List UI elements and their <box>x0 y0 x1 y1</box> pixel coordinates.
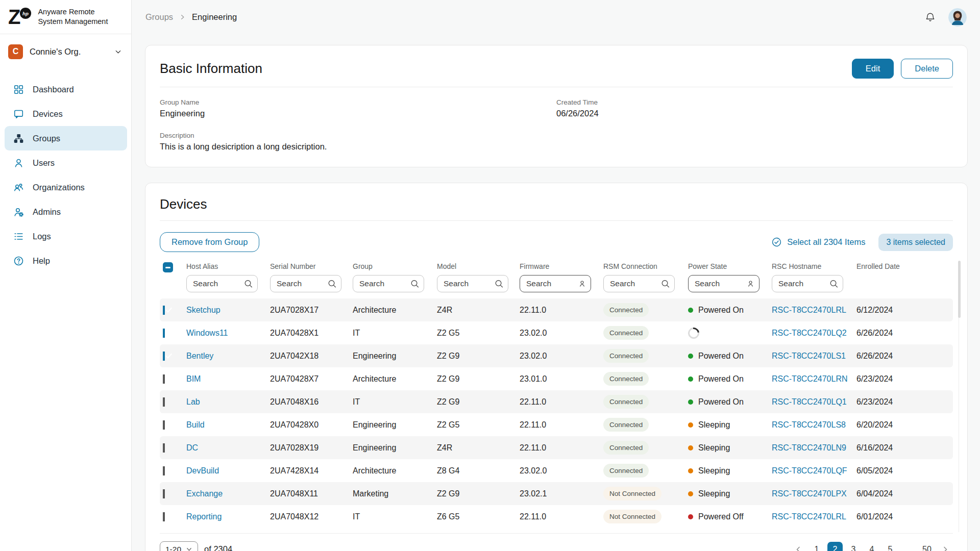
pagination-page-5[interactable]: 5 <box>883 542 898 551</box>
firmware-cell: 22.11.0 <box>520 512 603 521</box>
topbar: GroupsEngineering <box>132 0 980 34</box>
created-time-label: Created Time <box>556 98 953 106</box>
rsc-hostname-link[interactable]: RSC-T8CC2470LQF <box>772 466 847 475</box>
host-alias-link[interactable]: Exchange <box>186 489 223 498</box>
host-alias-link[interactable]: BIM <box>186 374 201 383</box>
rsc-hostname-link[interactable]: RSC-T8CC2470LRN <box>772 374 848 383</box>
power-state-cell: Sleeping <box>688 443 768 453</box>
column-label: Group <box>353 262 437 270</box>
host-alias-link[interactable]: Build <box>186 420 205 429</box>
org-selector[interactable]: C Connie's Org. <box>0 34 131 69</box>
host-alias-link[interactable]: DevBuild <box>186 466 219 475</box>
z-hp-logo: Z hp <box>8 8 32 26</box>
sidebar-item-dashboard[interactable]: Dashboard <box>5 77 127 102</box>
table-row: Exchange2UA7048X11MarketingZ2 G923.02.1N… <box>160 482 953 505</box>
select-all-link[interactable]: Select all 2304 Items <box>771 237 865 247</box>
firmware-cell: 23.02.0 <box>520 466 603 475</box>
row-checkbox[interactable] <box>163 352 165 361</box>
pagination-next-icon[interactable] <box>938 542 953 551</box>
column-header-firmware: Firmware <box>520 262 603 292</box>
search-box-host-alias <box>186 279 258 288</box>
table-scrollbar-thumb[interactable] <box>958 261 961 318</box>
notifications-bell-icon[interactable] <box>924 11 936 23</box>
delete-button[interactable]: Delete <box>901 59 953 79</box>
main-area: GroupsEngineering Basic Information Edit… <box>132 0 980 551</box>
dashboard-icon <box>13 84 24 95</box>
rsc-hostname-link[interactable]: RSC-T8CC2470LS8 <box>772 420 846 429</box>
row-checkbox[interactable] <box>163 489 165 498</box>
page-size-dropdown[interactable]: 1-20 <box>160 541 198 551</box>
row-checkbox[interactable] <box>163 512 165 521</box>
sidebar-item-label: Organizations <box>33 183 85 192</box>
table-row: BIM2UA70428X7ArchitectureZ2 G923.01.0Con… <box>160 367 953 390</box>
sidebar-item-help[interactable]: Help <box>5 248 127 273</box>
select-all-label: Select all 2304 Items <box>787 237 865 247</box>
rsc-hostname-link[interactable]: RSC-T8CC2470LN9 <box>772 443 846 452</box>
sidebar-item-admins[interactable]: Admins <box>5 199 127 224</box>
host-alias-link[interactable]: Bentley <box>186 352 213 360</box>
enrolled-date-cell: 6/16/2024 <box>856 443 953 453</box>
breadcrumb: GroupsEngineering <box>145 12 237 22</box>
devices-toolbar: Remove from Group Select all 2304 Items … <box>160 232 953 252</box>
group-cell: IT <box>353 329 437 338</box>
rsc-hostname-link[interactable]: RSC-T8CC2470LPX <box>772 489 847 498</box>
sidebar-item-organizations[interactable]: Organizations <box>5 175 127 199</box>
enrolled-date-cell: 6/05/2024 <box>856 466 953 475</box>
firmware-cell: 23.01.0 <box>520 374 603 384</box>
z-logo-letter: Z <box>8 8 19 26</box>
column-header-rsm-connection: RSM Connection <box>603 262 688 292</box>
rsc-hostname-link[interactable]: RSC-T8CC2470LQ1 <box>772 397 847 406</box>
table-row: DevBuild2UA7428X14ArchitectureZ8 G423.02… <box>160 459 953 482</box>
pagination-page-50[interactable]: 50 <box>919 542 935 551</box>
row-checkbox[interactable] <box>163 420 165 430</box>
host-alias-link[interactable]: Lab <box>186 397 200 406</box>
chevron-down-icon <box>186 546 192 551</box>
sidebar-item-groups[interactable]: Groups <box>5 126 127 151</box>
pagination-page-4[interactable]: 4 <box>864 542 879 551</box>
enrolled-date-cell: 6/01/2024 <box>856 512 953 521</box>
column-header-power-state: Power State <box>688 262 772 292</box>
rsc-hostname-link[interactable]: RSC-T8CC2470LQ2 <box>772 329 847 337</box>
row-checkbox[interactable] <box>163 466 165 475</box>
rsc-hostname-link[interactable]: RSC-T8CC2470LS1 <box>772 352 846 360</box>
host-alias-link[interactable]: Windows11 <box>186 329 228 337</box>
host-alias-link[interactable]: Reporting <box>186 512 222 521</box>
host-alias-link[interactable]: Sketchup <box>186 306 220 314</box>
column-header-serial-number: Serial Number <box>270 262 353 292</box>
remove-from-group-button[interactable]: Remove from Group <box>160 232 259 252</box>
edit-button[interactable]: Edit <box>852 59 894 79</box>
pagination-page-3[interactable]: 3 <box>846 542 861 551</box>
sidebar-item-devices[interactable]: Devices <box>5 102 127 126</box>
rsm-connection-badge: Connected <box>603 372 649 386</box>
org-avatar: C <box>8 44 23 59</box>
row-checkbox[interactable] <box>163 397 165 407</box>
pagination-page-2[interactable]: 2 <box>827 542 843 551</box>
sidebar-item-label: Users <box>33 158 55 168</box>
rsc-hostname-link[interactable]: RSC-T8CC2470LRL <box>772 306 846 314</box>
group-cell: Engineering <box>353 352 437 361</box>
select-all-checkbox[interactable] <box>163 262 173 272</box>
user-avatar[interactable] <box>948 8 967 27</box>
row-checkbox[interactable] <box>163 374 165 384</box>
model-cell: Z2 G5 <box>437 329 520 338</box>
breadcrumb-link-groups[interactable]: Groups <box>145 12 173 22</box>
enrolled-date-cell: 6/04/2024 <box>856 489 953 498</box>
column-label: Model <box>437 262 520 270</box>
rsm-connection-badge: Connected <box>603 303 649 317</box>
power-state-text: Sleeping <box>698 489 730 498</box>
row-checkbox[interactable] <box>163 443 165 453</box>
host-alias-link[interactable]: DC <box>186 443 198 452</box>
pagination-page-1[interactable]: 1 <box>809 542 824 551</box>
sidebar-item-logs[interactable]: Logs <box>5 224 127 248</box>
table-row: Reporting2UA7048X12ITZ6 G522.11.0Not Con… <box>160 505 953 528</box>
sidebar-item-users[interactable]: Users <box>5 151 127 175</box>
person-icon <box>578 279 586 288</box>
brand-line1: Anyware Remote <box>38 7 108 17</box>
row-checkbox[interactable] <box>163 306 165 315</box>
content: Basic Information Edit Delete Group Name… <box>132 34 980 551</box>
pagination-prev-icon[interactable] <box>791 542 806 551</box>
row-checkbox[interactable] <box>163 329 165 338</box>
group-cell: Engineering <box>353 420 437 430</box>
rsm-connection-badge: Connected <box>603 326 649 340</box>
rsc-hostname-link[interactable]: RSC-T8CC2470LRL <box>772 512 846 521</box>
